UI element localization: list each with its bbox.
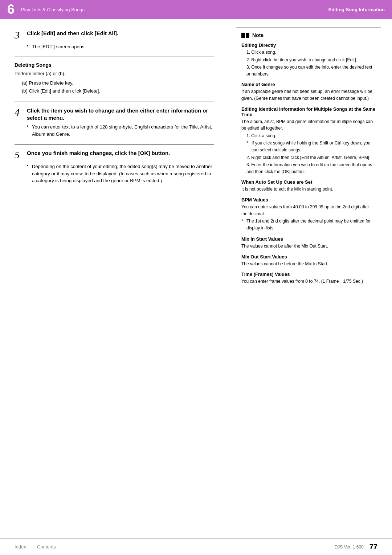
divider-2 — [15, 102, 214, 102]
bpm-values-title: BPM Values — [241, 197, 376, 203]
editing-identical-item-1: 1. Click a song. — [246, 132, 376, 139]
bullet-icon-2: • — [27, 123, 32, 129]
step-3-header: 3 Click [Edit] and then click [Edit All]… — [15, 30, 214, 41]
step-4-title: Click the item you wish to change and th… — [27, 107, 214, 121]
name-of-genre-text: If an applicable genre has not been set … — [241, 88, 376, 102]
deleting-songs-block: Deleting Songs Perform either (a) or (b)… — [15, 62, 214, 95]
name-of-genre-title: Name of Genre — [241, 82, 376, 87]
footer-links: Index Contents — [15, 544, 56, 550]
footer-page-number: 77 — [369, 543, 377, 551]
time-frames-title: Time (Frames) Values — [241, 272, 376, 277]
bpm-values-star-text: The 1st and 2nd digits after the decimal… — [246, 218, 376, 231]
step-3-body: • The [EDIT] screen opens. — [27, 43, 214, 50]
deleting-songs-item-b: (b) Click [Edit] and then click [Delete]… — [22, 87, 214, 95]
step-5-header: 5 Once you finish making changes, click … — [15, 150, 214, 161]
time-frames-text: You can enter frame values from 0 to 74.… — [241, 278, 376, 285]
step-4-number: 4 — [15, 107, 25, 118]
bpm-values-text: You can enter values from 40.00 to 399.9… — [241, 204, 376, 217]
editing-directly-item-1: 1. Click a song. — [246, 49, 376, 56]
deleting-songs-label: Deleting Songs — [15, 62, 214, 68]
mix-in-start-text: The values cannot be after the Mix Out S… — [241, 243, 376, 250]
editing-identical-text: The album, artist, BPM and genre informa… — [241, 118, 376, 132]
step-4-bullet-text: You can enter text to a length of 128 si… — [32, 123, 214, 138]
note-box: Note Editing Directly 1. Click a song. 2… — [236, 28, 381, 291]
step-3-number: 3 — [15, 30, 25, 41]
page-wrapper: 6 Play Lists & Classifying Songs Editing… — [0, 0, 392, 555]
deleting-songs-intro: Perform either (a) or (b). — [15, 70, 214, 78]
step-3-bullet: • The [EDIT] screen opens. — [27, 43, 214, 50]
auto-set-up-title: When Auto Set Up Cues are Set — [241, 179, 376, 185]
step-4-bullet: • You can enter text to a length of 128 … — [27, 123, 214, 138]
footer-index-link[interactable]: Index — [15, 544, 26, 550]
auto-set-up-text: It is not possible to edit the Mix In st… — [241, 186, 376, 193]
page-footer: Index Contents DJS Ver. 1.600 77 — [0, 538, 392, 555]
editing-identical-item-3: 3. Enter the information you wish to edi… — [246, 162, 376, 175]
editing-directly-list: 1. Click a song. 2. Right-click the item… — [246, 49, 376, 77]
bullet-icon: • — [27, 43, 32, 49]
step-5-bullet: • Depending on the content of your editi… — [27, 163, 214, 184]
chapter-number: 6 — [7, 3, 15, 16]
editing-identical-list: 1. Click a song. * If you click songs wh… — [246, 132, 376, 175]
step-4-body: • You can enter text to a length of 128 … — [27, 123, 214, 138]
left-column: 3 Click [Edit] and then click [Edit All]… — [0, 19, 225, 306]
editing-directly-item-3: 3. Once it changes so you can edit the i… — [246, 64, 376, 77]
editing-identical-title: Editing Identical Information for Multip… — [241, 106, 376, 117]
editing-directly-title: Editing Directly — [241, 42, 376, 48]
footer-version: DJS Ver. 1.600 — [335, 544, 364, 550]
step-3-bullet-text: The [EDIT] screen opens. — [32, 43, 86, 50]
step-5-number: 5 — [15, 150, 25, 161]
main-content: 3 Click [Edit] and then click [Edit All]… — [0, 19, 392, 306]
note-title: Note — [252, 32, 264, 38]
bpm-values-star-item: * The 1st and 2nd digits after the decim… — [241, 218, 376, 232]
deleting-songs-item-a: (a) Press the Delete key. — [22, 79, 214, 87]
editing-directly-item-2: 2. Right-click the item you wish to chan… — [246, 57, 376, 64]
step-5-block: 5 Once you finish making changes, click … — [15, 150, 214, 184]
chapter-title: Play Lists & Classifying Songs — [21, 7, 85, 12]
note-icon — [241, 33, 250, 38]
step-5-title: Once you finish making changes, click th… — [27, 150, 170, 157]
bullet-icon-3: • — [27, 163, 32, 168]
mix-in-start-title: Mix In Start Values — [241, 236, 376, 242]
step-4-header: 4 Click the item you wish to change and … — [15, 107, 214, 121]
footer-right: DJS Ver. 1.600 77 — [335, 543, 377, 551]
mix-out-start-text: The values cannot be before the Mix In S… — [241, 261, 376, 268]
step-3-title: Click [Edit] and then click [Edit All]. — [27, 30, 118, 37]
page-header: 6 Play Lists & Classifying Songs Editing… — [0, 0, 392, 19]
star-icon: * — [246, 140, 252, 146]
note-header: Note — [241, 32, 376, 38]
editing-identical-item-2: 2. Right click and then click [Edit the … — [246, 154, 376, 161]
editing-identical-star: * If you click songs while holding the S… — [246, 140, 376, 154]
bpm-star-icon: * — [241, 218, 246, 224]
step-4-block: 4 Click the item you wish to change and … — [15, 107, 214, 138]
step-3-block: 3 Click [Edit] and then click [Edit All]… — [15, 30, 214, 50]
footer-contents-link[interactable]: Contents — [37, 544, 56, 550]
right-column: Note Editing Directly 1. Click a song. 2… — [225, 19, 392, 306]
mix-out-start-title: Mix Out Start Values — [241, 254, 376, 260]
editing-identical-star-text: If you click songs while holding the Shi… — [252, 140, 376, 153]
step-5-body: • Depending on the content of your editi… — [27, 163, 214, 184]
divider-1 — [15, 57, 214, 57]
step-5-bullet-text: Depending on the content of your editing… — [32, 163, 214, 184]
divider-3 — [15, 144, 214, 144]
section-title: Editing Song Information — [328, 7, 385, 12]
